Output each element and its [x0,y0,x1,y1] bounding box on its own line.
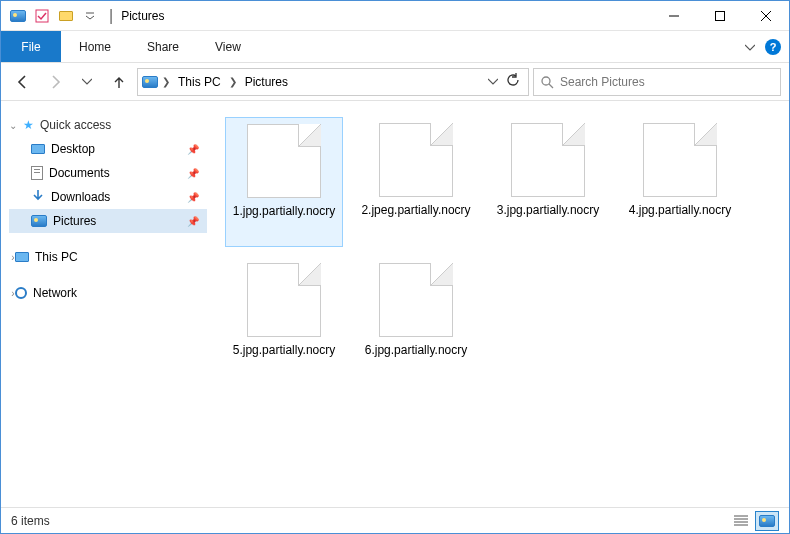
nav-documents[interactable]: Documents 📌 [9,161,207,185]
tab-view[interactable]: View [197,31,259,62]
nav-pictures[interactable]: Pictures 📌 [9,209,207,233]
svg-rect-0 [36,10,48,22]
nav-label: Desktop [51,142,95,156]
file-item[interactable]: 5.jpg.partially.nocry [225,257,343,387]
view-details-button[interactable] [729,511,753,531]
file-list[interactable]: 1.jpg.partially.nocry 2.jpeg.partially.n… [211,101,789,507]
file-item[interactable]: 6.jpg.partially.nocry [357,257,475,387]
file-name: 6.jpg.partially.nocry [365,343,468,359]
file-icon [643,123,717,197]
nav-this-pc[interactable]: › This PC [9,245,207,269]
quick-access-toolbar [7,5,101,27]
nav-label: Downloads [51,190,110,204]
chevron-down-icon[interactable]: ⌄ [7,120,19,131]
titlebar: | Pictures [1,1,789,31]
maximize-button[interactable] [697,1,743,31]
document-icon [31,166,43,180]
desktop-icon [31,144,45,154]
search-input[interactable]: Search Pictures [533,68,781,96]
file-icon [247,124,321,198]
back-button[interactable] [9,68,37,96]
chevron-right-icon[interactable]: › [7,252,19,263]
location-picture-icon [142,76,158,88]
title-separator: | [109,7,113,25]
view-large-icons-button[interactable] [755,511,779,531]
file-item[interactable]: 4.jpg.partially.nocry [621,117,739,247]
nav-label: Quick access [40,118,111,132]
new-folder-icon[interactable] [55,5,77,27]
navigation-bar: ❯ This PC ❯ Pictures Search Pictures [1,63,789,101]
breadcrumb-pictures[interactable]: Pictures [241,73,292,91]
pin-icon: 📌 [187,192,199,203]
nav-label: Network [33,286,77,300]
file-name: 2.jpeg.partially.nocry [361,203,470,219]
breadcrumb-this-pc[interactable]: This PC [174,73,225,91]
file-item[interactable]: 3.jpg.partially.nocry [489,117,607,247]
file-item[interactable]: 1.jpg.partially.nocry [225,117,343,247]
tab-home[interactable]: Home [61,31,129,62]
help-icon[interactable]: ? [765,39,781,55]
file-name: 1.jpg.partially.nocry [233,204,336,220]
address-dropdown-icon[interactable] [488,73,498,91]
chevron-right-icon[interactable]: ❯ [229,76,237,87]
ribbon: File Home Share View ? [1,31,789,63]
nav-label: Documents [49,166,110,180]
download-icon [31,189,45,206]
nav-label: Pictures [53,214,96,228]
file-tab[interactable]: File [1,31,61,62]
tab-share[interactable]: Share [129,31,197,62]
svg-point-5 [542,77,550,85]
status-bar: 6 items [1,507,789,533]
forward-button[interactable] [41,68,69,96]
nav-quick-access[interactable]: ⌄ ★ Quick access [9,113,207,137]
file-item[interactable]: 2.jpeg.partially.nocry [357,117,475,247]
svg-line-6 [549,84,553,88]
pin-icon: 📌 [187,144,199,155]
search-icon [540,75,554,89]
folder-picture-icon [7,5,29,27]
minimize-button[interactable] [651,1,697,31]
nav-downloads[interactable]: Downloads 📌 [9,185,207,209]
star-icon: ★ [23,118,34,132]
window-controls [651,1,789,31]
ribbon-expand-icon[interactable] [745,38,755,56]
status-text: 6 items [11,514,50,528]
content-area: ⌄ ★ Quick access Desktop 📌 Documents 📌 D… [1,101,789,507]
chevron-right-icon[interactable]: › [7,288,19,299]
file-icon [247,263,321,337]
close-button[interactable] [743,1,789,31]
refresh-icon[interactable] [506,73,520,91]
picture-icon [31,215,47,227]
address-bar[interactable]: ❯ This PC ❯ Pictures [137,68,529,96]
properties-icon[interactable] [31,5,53,27]
nav-network[interactable]: › Network [9,281,207,305]
window-title: Pictures [121,9,164,23]
nav-desktop[interactable]: Desktop 📌 [9,137,207,161]
file-name: 5.jpg.partially.nocry [233,343,336,359]
recent-locations-button[interactable] [73,68,101,96]
view-switcher [729,511,779,531]
pin-icon: 📌 [187,216,199,227]
up-button[interactable] [105,68,133,96]
navigation-pane: ⌄ ★ Quick access Desktop 📌 Documents 📌 D… [1,101,211,507]
file-icon [379,123,453,197]
file-icon [511,123,585,197]
pin-icon: 📌 [187,168,199,179]
file-name: 4.jpg.partially.nocry [629,203,732,219]
chevron-right-icon[interactable]: ❯ [162,76,170,87]
nav-label: This PC [35,250,78,264]
search-placeholder: Search Pictures [560,75,645,89]
file-icon [379,263,453,337]
file-name: 3.jpg.partially.nocry [497,203,600,219]
qat-dropdown-icon[interactable] [79,5,101,27]
svg-rect-2 [716,11,725,20]
